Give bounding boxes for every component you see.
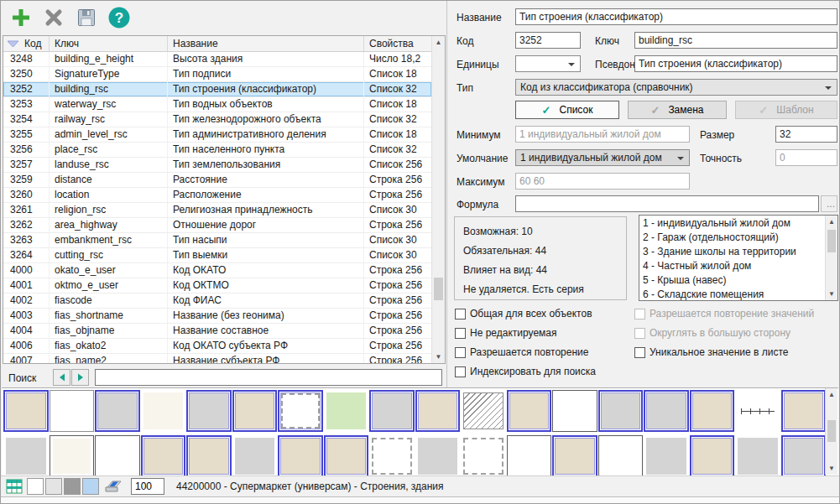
palette-tile[interactable]	[598, 435, 644, 475]
palette-tile[interactable]	[644, 435, 689, 475]
table-row[interactable]: 4004 fias_objname Название составное Стр…	[3, 324, 431, 339]
palette-tile[interactable]	[278, 435, 323, 475]
minimum-field[interactable]	[515, 126, 690, 143]
color-swatch[interactable]	[27, 478, 44, 495]
alias-field[interactable]	[634, 55, 837, 72]
checkbox[interactable]: Округлять в большую сторону	[634, 327, 790, 339]
table-row[interactable]: 3262 area_highway Отношение дорог Строка…	[3, 218, 431, 233]
replace-toggle-button[interactable]: ✓ Замена	[628, 101, 727, 119]
table-row[interactable]: 3261 religion_rsc Религиозная принадлежн…	[3, 203, 431, 218]
palette-tile[interactable]	[186, 390, 232, 432]
checkbox-box[interactable]	[455, 309, 466, 320]
palette-tile[interactable]	[232, 390, 278, 432]
legend-button[interactable]	[4, 477, 24, 496]
units-combo[interactable]	[515, 55, 581, 72]
column-header-name[interactable]: Название	[168, 36, 364, 51]
palette-tile[interactable]	[644, 390, 689, 432]
scrollbar-thumb[interactable]	[827, 230, 836, 252]
list-item[interactable]: 1 - индивидуальный жилой дом	[639, 216, 825, 231]
precision-field[interactable]	[775, 149, 837, 166]
palette-tile[interactable]	[232, 435, 278, 475]
search-next-button[interactable]	[71, 369, 89, 386]
table-row[interactable]: 3257 landuse_rsc Тип землепользования Сп…	[3, 158, 431, 173]
search-prev-button[interactable]	[53, 369, 70, 386]
table-row[interactable]: 4000 okato_e_user Код ОКАТО Строка 256	[3, 263, 431, 278]
list-item[interactable]: 2 - Гараж (отдельностоящий)	[639, 231, 825, 245]
print-button[interactable]	[102, 477, 126, 496]
palette-scrollbar[interactable]: ▲ ▼	[825, 388, 837, 475]
color-swatch[interactable]	[45, 478, 62, 495]
palette-tile[interactable]	[369, 435, 415, 475]
palette-tile[interactable]	[461, 390, 506, 432]
palette-tile[interactable]	[3, 435, 49, 475]
table-row[interactable]: 4007 fias_name2 Название субъекта РФ Стр…	[3, 354, 431, 363]
size-field[interactable]	[775, 126, 837, 143]
table-row[interactable]: 3259 distance Расстояние Строка 256	[3, 173, 431, 188]
list-item[interactable]: 5 - Крыша (навес)	[639, 273, 825, 288]
palette-tile[interactable]	[141, 435, 186, 475]
checkbox-box[interactable]	[634, 328, 645, 339]
table-row[interactable]: 3253 waterway_rsc Тип водных объектов Сп…	[3, 97, 431, 112]
table-row[interactable]: 3254 railway_rsc Тип железнодорожного об…	[3, 112, 431, 127]
palette-tile[interactable]	[552, 435, 597, 475]
default-combo[interactable]: 1 индивидуальный жилой дом	[515, 149, 690, 166]
palette-tile[interactable]	[690, 435, 735, 475]
palette-tile[interactable]	[461, 435, 506, 475]
table-row[interactable]: 3252 building_rsc Тип строения (классифи…	[3, 82, 431, 97]
palette-tile[interactable]	[3, 390, 49, 432]
checkbox-box[interactable]	[455, 347, 466, 358]
palette-tile[interactable]	[186, 435, 232, 475]
palette-tile[interactable]	[781, 390, 827, 432]
color-swatch[interactable]	[64, 478, 81, 495]
formula-browse-button[interactable]: ...	[821, 195, 837, 212]
save-button[interactable]	[74, 5, 99, 30]
type-combo[interactable]: Код из классификатора (справочник)	[515, 79, 837, 96]
palette-tile[interactable]	[50, 435, 95, 475]
checkbox-box[interactable]	[634, 347, 645, 358]
help-button[interactable]: ?	[107, 5, 132, 30]
table-row[interactable]: 3250 SignatureType Тип подписи Список 18	[3, 67, 431, 82]
palette-tile[interactable]	[735, 435, 780, 475]
table-row[interactable]: 4003 fias_shortname Название (без геоним…	[3, 309, 431, 324]
listbox-scrollbar[interactable]: ▲ ▼	[825, 216, 837, 300]
table-row[interactable]: 3263 embankment_rsc Тип насыпи Список 30	[3, 233, 431, 248]
palette-tile[interactable]	[415, 435, 461, 475]
column-header-code[interactable]: Код	[3, 36, 50, 51]
palette-tile[interactable]	[415, 390, 461, 432]
add-button[interactable]	[8, 5, 34, 30]
table-row[interactable]: 3260 location Расположение Строка 256	[3, 188, 431, 203]
checkbox-box[interactable]	[455, 366, 466, 377]
table-row[interactable]: 3255 admin_level_rsc Тип административно…	[3, 127, 431, 143]
table-row[interactable]: 3248 building_e_height Высота здания Чис…	[3, 52, 431, 67]
palette-tile[interactable]	[690, 390, 735, 432]
delete-button[interactable]	[41, 5, 66, 30]
palette-tile[interactable]	[95, 435, 140, 475]
search-input[interactable]	[95, 369, 442, 386]
checkbox[interactable]: Разрешается повторение значений	[634, 308, 814, 320]
palette-tile[interactable]	[324, 435, 369, 475]
checkbox[interactable]: Не редактируемая	[455, 327, 557, 339]
table-row[interactable]: 3264 cutting_rsc Тип выемки Список 30	[3, 248, 431, 263]
scroll-up-icon[interactable]: ▲	[826, 388, 837, 401]
palette-tile[interactable]	[324, 390, 369, 432]
code-field[interactable]	[515, 32, 581, 49]
palette-tile[interactable]	[95, 390, 140, 432]
table-row[interactable]: 4002 fiascode Код ФИАС Строка 256	[3, 294, 431, 309]
name-field[interactable]	[515, 8, 837, 25]
scroll-down-icon[interactable]: ▼	[432, 351, 445, 363]
checkbox[interactable]: Индексировать для поиска	[455, 366, 596, 377]
checkbox[interactable]: Разрешается повторение	[455, 346, 588, 358]
scroll-up-icon[interactable]: ▲	[432, 36, 445, 49]
table-row[interactable]: 3256 place_rsc Тип населенного пункта Сп…	[3, 143, 431, 158]
zoom-input[interactable]	[131, 478, 164, 495]
palette-tile[interactable]	[598, 390, 644, 432]
palette-tile[interactable]	[735, 390, 780, 432]
formula-field[interactable]	[515, 195, 819, 212]
checkbox-box[interactable]	[455, 328, 466, 339]
table-scrollbar[interactable]: ▲ ▼	[431, 36, 445, 363]
list-item[interactable]: 4 - Частный жилой дом	[639, 259, 825, 273]
list-item[interactable]: 6 - Складские помещения	[639, 288, 825, 301]
palette-tile[interactable]	[552, 390, 597, 432]
scrollbar-thumb[interactable]	[827, 420, 836, 442]
palette-tile[interactable]	[507, 435, 552, 475]
